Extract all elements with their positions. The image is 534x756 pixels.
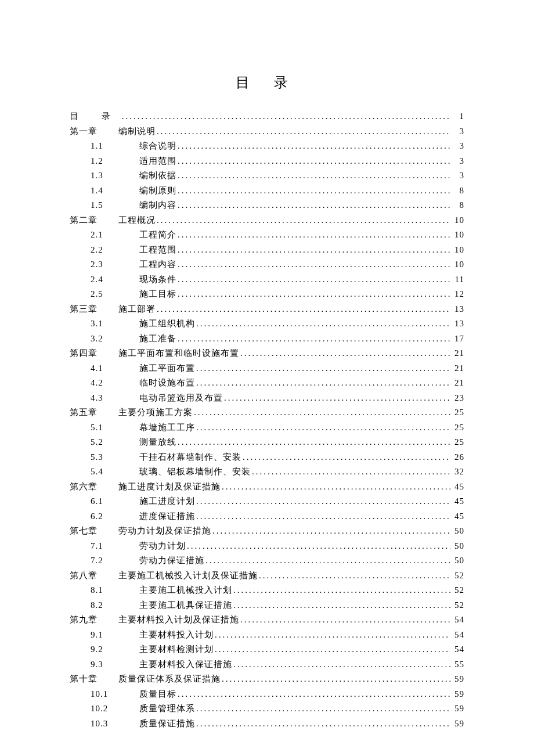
toc-entry-page: 3 <box>450 124 464 139</box>
toc-leader-dots <box>204 553 450 568</box>
toc-entry-page: 10 <box>450 243 464 258</box>
toc-entry: 第一章编制说明3 <box>70 124 464 139</box>
toc-leader-dots <box>195 509 450 524</box>
toc-entry-page: 1 <box>450 109 464 124</box>
toc-entry: 6.1施工进度计划45 <box>70 494 464 509</box>
toc-entry-page: 32 <box>450 465 464 480</box>
toc-entry-label: 主要分项施工方案 <box>118 405 193 420</box>
toc-entry-number: 第二章 <box>70 213 118 228</box>
toc-entry: 1.5编制内容8 <box>70 198 464 213</box>
toc-leader-dots <box>176 154 450 169</box>
toc-entry-label: 编制说明 <box>118 124 156 139</box>
toc-entry-page: 50 <box>450 539 464 554</box>
toc-leader-dots <box>239 613 450 628</box>
toc-entry-page: 23 <box>450 391 464 406</box>
toc-entry-number: 7.1 <box>70 539 139 554</box>
toc-entry: 9.3主要材料投入保证措施55 <box>70 657 464 672</box>
toc-entry: 3.2施工准备17 <box>70 332 464 347</box>
toc-entry-page: 21 <box>450 376 464 391</box>
toc-entry-page: 25 <box>450 420 464 435</box>
toc-entry-number: 5.3 <box>70 450 139 465</box>
toc-entry-page: 13 <box>450 316 464 332</box>
toc-leader-dots <box>176 332 450 347</box>
toc-entry-label: 工程内容 <box>139 257 176 272</box>
toc-entry-label: 质量目标 <box>139 687 176 702</box>
toc-entry-number: 4.2 <box>70 376 139 391</box>
toc-entry: 8.1主要施工机械投入计划52 <box>70 583 464 598</box>
toc-entry-number: 9.2 <box>70 642 139 657</box>
toc-entry-label: 工程概况 <box>118 213 156 228</box>
toc-entry-label: 主要材料检测计划 <box>139 642 214 657</box>
toc-entry-label: 质量保证体系及保证措施 <box>118 672 221 687</box>
toc-entry-page: 45 <box>450 509 464 524</box>
toc-entry-number: 3.2 <box>70 332 139 347</box>
toc-leader-dots <box>176 272 450 287</box>
toc-entry: 10.1质量目标59 <box>70 687 464 702</box>
toc-entry: 第六章施工进度计划及保证措施45 <box>70 480 464 495</box>
toc-entry-label: 施工准备 <box>139 332 176 347</box>
toc-entry-page: 25 <box>450 405 464 420</box>
toc-entry: 2.5施工目标12 <box>70 287 464 302</box>
toc-entry: 1.4编制原则8 <box>70 183 464 199</box>
toc-entry: 4.2临时设施布置21 <box>70 376 464 391</box>
toc-entry-label: 施工进度计划及保证措施 <box>118 480 221 495</box>
toc-entry-number: 8.1 <box>70 583 139 598</box>
toc-entry-number: 9.1 <box>70 628 139 643</box>
toc-entry-label: 工程范围 <box>139 243 176 258</box>
toc-leader-dots <box>156 302 450 317</box>
toc-entry-number: 第九章 <box>70 613 118 628</box>
toc-entry-page: 59 <box>450 687 464 702</box>
toc-entry-page: 10 <box>450 257 464 272</box>
toc-entry-number: 1.1 <box>70 139 139 154</box>
toc-entry-number: 5.4 <box>70 465 139 480</box>
toc-entry-label: 质量管理体系 <box>139 701 195 717</box>
toc-leader-dots <box>195 701 450 717</box>
toc-entry-label: 施工组织机构 <box>139 316 195 332</box>
toc-entry-label: 进度保证措施 <box>139 509 195 524</box>
toc-entry: 第八章主要施工机械投入计划及保证措施52 <box>70 568 464 584</box>
toc-entry-label: 干挂石材幕墙制作、安装 <box>139 450 241 465</box>
toc-entry-label: 电动吊篮选用及布置 <box>139 391 223 406</box>
toc-entry: 第二章工程概况10 <box>70 213 464 228</box>
toc-leader-dots <box>195 494 450 509</box>
toc-entry: 9.1主要材料投入计划54 <box>70 628 464 643</box>
toc-entry-page: 59 <box>450 717 464 732</box>
toc-leader-dots <box>176 435 450 450</box>
toc-title: 目 录 <box>70 73 464 92</box>
toc-leader-dots <box>176 168 450 183</box>
toc-entry-page: 59 <box>450 701 464 717</box>
toc-entry-label: 编制依据 <box>139 168 176 183</box>
toc-entry-number: 第八章 <box>70 568 118 584</box>
toc-entry-number: 3.1 <box>70 316 139 332</box>
toc-leader-dots <box>156 213 450 228</box>
toc-entry-page: 21 <box>450 346 464 361</box>
toc-leader-dots <box>186 539 450 554</box>
toc-entry-label: 现场条件 <box>139 272 176 287</box>
toc-leader-dots <box>195 717 450 732</box>
toc-entry-number: 第一章 <box>70 124 118 139</box>
toc-leader-dots <box>176 139 450 154</box>
toc-entry-page: 52 <box>450 583 464 598</box>
toc-entry-label: 编制内容 <box>139 198 176 213</box>
toc-entry-label: 主要施工机具保证措施 <box>139 598 232 613</box>
toc-leader-dots <box>176 198 450 213</box>
toc-entry-page: 8 <box>450 183 464 199</box>
toc-entry: 4.3电动吊篮选用及布置23 <box>70 391 464 406</box>
toc-leader-dots <box>176 257 450 272</box>
toc-entry-number: 7.2 <box>70 553 139 568</box>
toc-entry: 7.2劳动力保证措施50 <box>70 553 464 568</box>
toc-entry-number: 第四章 <box>70 346 118 361</box>
toc-entry-page: 11 <box>450 272 464 287</box>
toc-entry-page: 54 <box>450 613 464 628</box>
toc-leader-dots <box>239 346 450 361</box>
toc-entry: 第九章主要材料投入计划及保证措施54 <box>70 613 464 628</box>
toc-entry-label: 主要材料投入计划及保证措施 <box>118 613 239 628</box>
toc-leader-dots <box>176 287 450 302</box>
toc-entry-label: 劳动力保证措施 <box>139 553 204 568</box>
toc-entry: 第三章施工部署13 <box>70 302 464 317</box>
toc-entry-label: 施工平面布置 <box>139 361 195 376</box>
toc-entry-number: 1.5 <box>70 198 139 213</box>
toc-entry-number: 10.3 <box>70 717 139 732</box>
toc-leader-dots <box>156 124 450 139</box>
toc-entry: 5.2测量放线25 <box>70 435 464 450</box>
